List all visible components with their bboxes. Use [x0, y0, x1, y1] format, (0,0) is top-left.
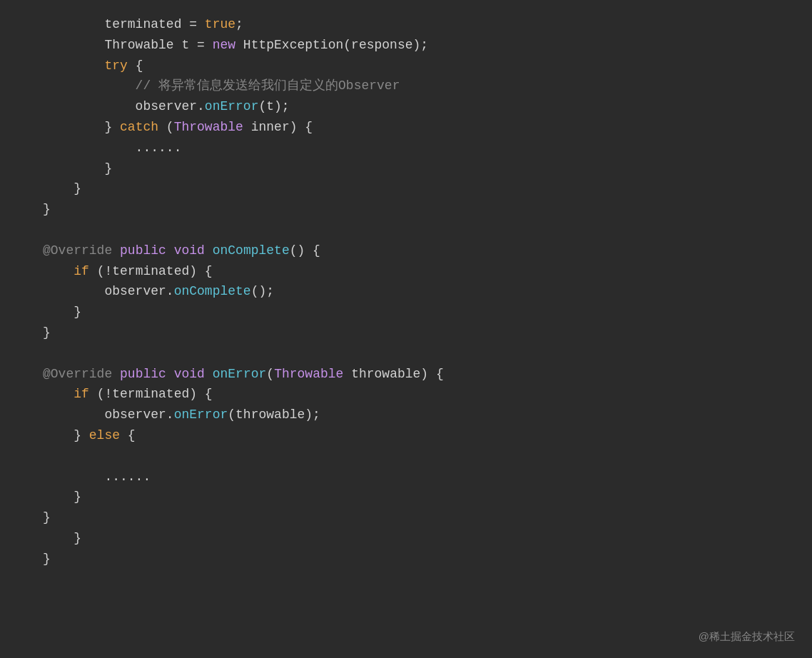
code-line: }: [43, 487, 798, 507]
code-token: [205, 367, 213, 381]
code-line: }: [43, 507, 798, 528]
code-token: try: [43, 59, 128, 73]
code-token: @Override: [43, 243, 112, 258]
code-token: (: [266, 367, 274, 381]
code-token: if: [73, 264, 89, 278]
code-token: HttpException(response);: [235, 38, 428, 52]
code-line: ......: [43, 467, 798, 487]
code-token: observer.: [43, 284, 174, 298]
code-token: (!terminated) {: [89, 264, 213, 278]
code-line: } else {: [43, 425, 798, 446]
code-line: terminated = true;: [43, 14, 798, 35]
code-token: onError: [174, 408, 228, 422]
code-line: observer.onError(t);: [43, 96, 798, 117]
code-token: [43, 264, 73, 278]
code-token: true: [205, 17, 235, 31]
code-token: [205, 243, 213, 258]
code-token: }: [43, 325, 51, 340]
code-token: observer.: [43, 99, 205, 113]
code-line: [43, 343, 798, 364]
code-token: }: [43, 552, 51, 566]
code-token: ......: [43, 141, 181, 155]
code-token: [112, 243, 120, 258]
watermark: @稀土掘金技术社区: [699, 628, 795, 645]
code-token: void: [174, 243, 205, 258]
code-line: }: [43, 158, 798, 179]
code-block: terminated = true; Throwable t = new Htt…: [0, 7, 812, 577]
code-token: }: [43, 161, 112, 176]
code-token: public: [120, 243, 166, 258]
code-token: (t);: [258, 99, 289, 113]
code-token: Throwable t =: [43, 38, 213, 52]
code-line: }: [43, 323, 798, 343]
code-token: terminated =: [43, 17, 205, 31]
code-token: {: [120, 428, 136, 442]
code-token: (!terminated) {: [89, 387, 213, 401]
code-token: [166, 243, 174, 258]
code-token: [43, 387, 73, 401]
code-line: if (!terminated) {: [43, 261, 798, 282]
code-token: public: [120, 367, 166, 381]
code-line: }: [43, 528, 798, 549]
code-token: onComplete: [213, 243, 290, 258]
code-token: onError: [205, 99, 259, 113]
code-token: }: [43, 428, 89, 442]
code-token: observer.: [43, 408, 174, 422]
code-token: inner) {: [243, 120, 313, 134]
code-line: // 将异常信息发送给我们自定义的Observer: [43, 76, 798, 96]
code-token: }: [43, 181, 81, 196]
code-line: try {: [43, 56, 798, 76]
code-token: Throwable: [274, 367, 343, 381]
code-line: if (!terminated) {: [43, 384, 798, 405]
code-token: @Override: [43, 367, 112, 381]
code-token: ();: [251, 284, 274, 298]
code-token: catch: [120, 120, 158, 134]
code-line: }: [43, 549, 798, 570]
code-token: }: [43, 490, 81, 504]
code-token: [166, 367, 174, 381]
code-token: }: [43, 120, 120, 134]
code-line: @Override public void onComplete() {: [43, 241, 798, 261]
code-token: Throwable: [174, 120, 243, 134]
code-token: new: [213, 38, 235, 52]
code-token: onError: [213, 367, 267, 381]
code-token: else: [89, 428, 120, 442]
code-line: observer.onComplete();: [43, 281, 798, 302]
code-line: Throwable t = new HttpException(response…: [43, 35, 798, 56]
code-token: }: [43, 510, 51, 525]
code-token: void: [174, 367, 205, 381]
code-token: }: [43, 202, 51, 216]
code-token: if: [73, 387, 89, 401]
code-token: throwable) {: [343, 367, 443, 381]
code-token: // 将异常信息发送给我们自定义的Observer: [43, 79, 400, 93]
code-token: [112, 367, 120, 381]
code-token: ......: [43, 470, 151, 484]
code-token: ;: [235, 17, 243, 31]
code-line: }: [43, 178, 798, 199]
code-line: [43, 446, 798, 467]
code-line: [43, 220, 798, 241]
code-line: @Override public void onError(Throwable …: [43, 364, 798, 385]
code-token: onComplete: [174, 284, 251, 298]
code-token: (: [158, 120, 174, 134]
code-line: }: [43, 302, 798, 323]
code-line: observer.onError(throwable);: [43, 405, 798, 425]
code-token: }: [43, 531, 81, 545]
code-token: {: [128, 59, 143, 73]
code-token: }: [43, 305, 81, 319]
code-token: (throwable);: [228, 408, 320, 422]
code-line: ......: [43, 138, 798, 158]
code-line: } catch (Throwable inner) {: [43, 117, 798, 138]
code-line: }: [43, 199, 798, 220]
code-token: () {: [290, 243, 320, 258]
